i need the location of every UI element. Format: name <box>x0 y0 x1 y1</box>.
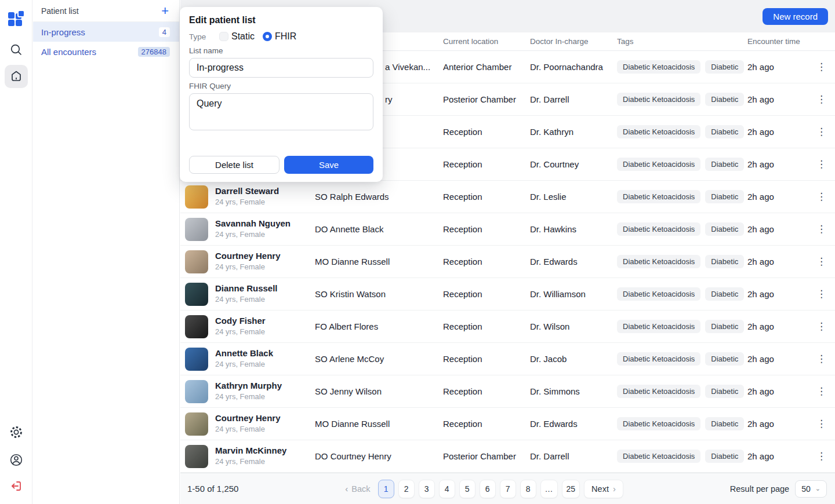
patient-cell: Annette Black 24 yrs, Female <box>185 348 315 371</box>
fhir-radio-option[interactable]: FHIR <box>263 31 296 42</box>
patient-list-item[interactable]: All encounters 276848 <box>33 42 179 61</box>
patient-avatar <box>185 250 208 273</box>
table-row[interactable]: Dianne Russell 24 yrs, Female SO Kristin… <box>180 278 835 311</box>
radio-unchecked-icon[interactable] <box>219 32 228 41</box>
encounter-cell: DO Courtney Henry <box>315 451 443 461</box>
tags-cell: Diabetic KetoacidosisDiabetic <box>617 222 747 236</box>
encounter-cell: FO Albert Flores <box>315 322 443 331</box>
table-row[interactable]: Cody Fisher 24 yrs, Female FO Albert Flo… <box>180 311 835 343</box>
table-row[interactable]: Savannah Nguyen 24 yrs, Female DO Annett… <box>180 213 835 246</box>
row-kebab-menu-icon[interactable]: ⋮ <box>815 289 828 299</box>
row-kebab-menu-icon[interactable]: ⋮ <box>815 354 828 364</box>
page-size-select[interactable]: 50 ⌄ <box>795 480 827 498</box>
patient-name: Savannah Nguyen <box>215 218 291 229</box>
encounter-cell: SO Jenny Wilson <box>315 386 443 396</box>
tag-chip: Diabetic <box>705 125 744 138</box>
table-row[interactable]: Courtney Henry 24 yrs, Female MO Dianne … <box>180 246 835 278</box>
row-kebab-menu-icon[interactable]: ⋮ <box>815 192 828 202</box>
pagination-controls: ‹ Back 12345678…25 Next › <box>345 480 623 498</box>
tags-cell: Diabetic KetoacidosisDiabetic <box>617 417 747 430</box>
tag-chip: Diabetic <box>705 385 744 398</box>
patient-identity: Courtney Henry 24 yrs, Female <box>215 251 281 272</box>
patient-avatar <box>185 348 208 371</box>
tags-cell: Diabetic KetoacidosisDiabetic <box>617 352 747 366</box>
patient-identity: Darrell Steward 24 yrs, Female <box>215 186 279 207</box>
encounter-cell: SO Ralph Edwards <box>315 192 443 202</box>
row-kebab-menu-icon[interactable]: ⋮ <box>815 451 828 461</box>
table-row[interactable]: Courtney Henry 24 yrs, Female MO Dianne … <box>180 408 835 440</box>
profile-icon[interactable] <box>5 448 28 472</box>
current-location-cell: Reception <box>443 192 530 202</box>
logout-icon[interactable] <box>5 474 28 498</box>
row-kebab-menu-icon[interactable]: ⋮ <box>815 62 828 72</box>
encounter-time-cell: 2h ago <box>747 192 815 202</box>
tag-chip: Diabetic Ketoacidosis <box>617 125 700 138</box>
row-kebab-menu-icon[interactable]: ⋮ <box>815 386 828 396</box>
patient-identity: Cody Fisher 24 yrs, Female <box>215 316 266 337</box>
page-button[interactable]: 7 <box>500 480 516 498</box>
row-kebab-menu-icon[interactable]: ⋮ <box>815 257 828 266</box>
search-icon[interactable] <box>5 38 28 61</box>
app-logo-icon[interactable] <box>6 8 27 29</box>
home-icon[interactable] <box>5 65 28 88</box>
encounter-time-cell: 2h ago <box>747 354 815 364</box>
page-button[interactable]: 6 <box>480 480 496 498</box>
page-button[interactable]: 2 <box>398 480 415 498</box>
row-kebab-menu-icon[interactable]: ⋮ <box>815 94 828 104</box>
row-kebab-menu-icon[interactable]: ⋮ <box>815 419 828 429</box>
app-root: Patient list + In-progress 4 All encount… <box>0 0 835 504</box>
fhir-query-textarea[interactable]: Query <box>189 93 373 130</box>
tag-chip: Diabetic Ketoacidosis <box>617 93 700 106</box>
page-button[interactable]: … <box>540 480 558 498</box>
tag-chip: Diabetic Ketoacidosis <box>617 352 700 366</box>
row-kebab-menu-icon[interactable]: ⋮ <box>815 127 828 137</box>
list-name-input[interactable] <box>189 58 373 78</box>
tag-chip: Diabetic Ketoacidosis <box>617 222 700 236</box>
tags-cell: Diabetic KetoacidosisDiabetic <box>617 125 747 138</box>
doctor-cell: Dr. Darrell <box>530 451 617 461</box>
current-location-cell: Reception <box>443 419 530 429</box>
patient-name: Kathryn Murphy <box>215 381 282 392</box>
new-record-button[interactable]: New record <box>763 8 828 25</box>
static-radio-option[interactable]: Static <box>219 31 255 42</box>
patient-list-item[interactable]: In-progress 4 <box>33 22 179 42</box>
row-kebab-menu-icon[interactable]: ⋮ <box>815 224 828 234</box>
page-size-value: 50 <box>801 484 811 494</box>
doctor-cell: Dr. Darrell <box>530 94 617 104</box>
encounter-time-cell: 2h ago <box>747 419 815 429</box>
delete-list-button[interactable]: Delete list <box>189 156 279 174</box>
page-button[interactable]: 4 <box>439 480 455 498</box>
page-button[interactable]: 8 <box>520 480 536 498</box>
patient-details: 24 yrs, Female <box>215 294 278 305</box>
row-kebab-menu-icon[interactable]: ⋮ <box>815 159 828 169</box>
doctor-cell: Dr. Edwards <box>530 257 617 266</box>
add-list-button[interactable]: + <box>160 5 170 17</box>
table-row[interactable]: Annette Black 24 yrs, Female SO Arlene M… <box>180 343 835 375</box>
patient-identity: Marvin McKinney 24 yrs, Female <box>215 445 286 467</box>
radio-checked-icon[interactable] <box>263 32 272 41</box>
page-button[interactable]: 1 <box>378 480 394 498</box>
row-kebab-menu-icon[interactable]: ⋮ <box>815 322 828 331</box>
current-location-cell: Reception <box>443 159 530 169</box>
doctor-cell: Dr. Leslie <box>530 192 617 202</box>
table-row[interactable]: Darrell Steward 24 yrs, Female SO Ralph … <box>180 181 835 213</box>
save-button[interactable]: Save <box>284 156 373 174</box>
tag-chip: Diabetic Ketoacidosis <box>617 450 700 463</box>
page-button[interactable]: 25 <box>562 480 580 498</box>
page-button[interactable]: 5 <box>459 480 475 498</box>
table-row[interactable]: Marvin McKinney 24 yrs, Female DO Courtn… <box>180 440 835 473</box>
patient-avatar <box>185 185 208 209</box>
page-button[interactable]: 3 <box>419 480 435 498</box>
patient-list-item-count: 4 <box>159 27 170 37</box>
settings-gear-icon[interactable] <box>5 421 28 444</box>
tag-chip: Diabetic Ketoacidosis <box>617 385 700 398</box>
table-row[interactable]: Kathryn Murphy 24 yrs, Female SO Jenny W… <box>180 375 835 408</box>
tag-chip: Diabetic Ketoacidosis <box>617 190 700 203</box>
patient-cell: Dianne Russell 24 yrs, Female <box>185 283 315 306</box>
patient-cell: Savannah Nguyen 24 yrs, Female <box>185 218 315 241</box>
next-button[interactable]: Next › <box>584 480 623 498</box>
encounter-time-cell: 2h ago <box>747 127 815 137</box>
back-button[interactable]: ‹ Back <box>345 484 370 494</box>
encounter-cell: MO Dianne Russell <box>315 257 443 266</box>
encounter-time-cell: 2h ago <box>747 159 815 169</box>
